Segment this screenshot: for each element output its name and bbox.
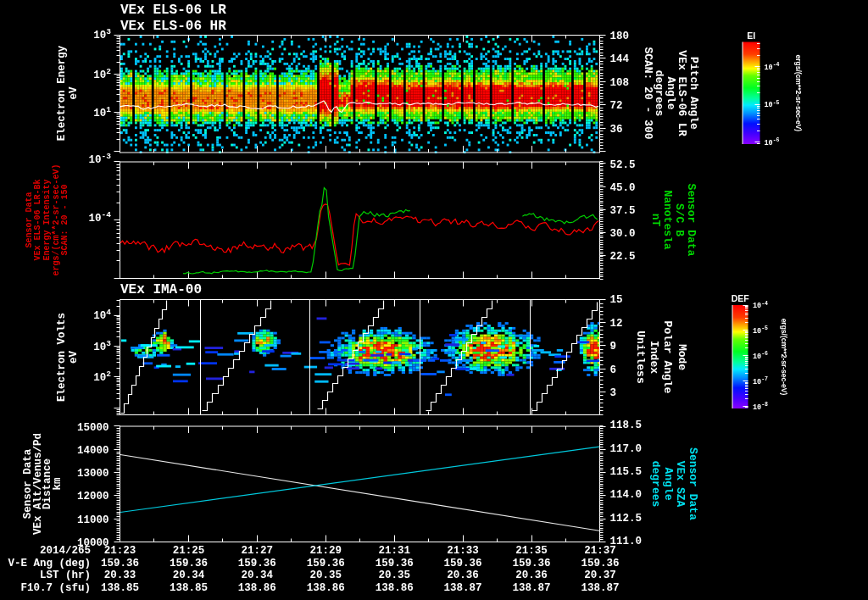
svg-text:ergs/(cm**2-sr-sec-eV): ergs/(cm**2-sr-sec-eV) [794,54,803,131]
svg-text:138.87: 138.87 [512,582,550,594]
svg-text:15: 15 [610,294,623,306]
svg-text:138.86: 138.86 [238,582,276,594]
svg-text:10-7: 10-7 [753,376,768,386]
svg-text:VEx SZA: VEx SZA [674,461,687,508]
svg-text:72: 72 [610,100,623,112]
svg-text:138.85: 138.85 [101,582,139,594]
svg-text:138.87: 138.87 [581,582,619,594]
svg-text:159.36: 159.36 [238,558,276,569]
svg-text:3: 3 [610,387,617,399]
svg-text:103: 103 [93,27,111,42]
svg-text:ergs/(cm**2-sr-sec-eV): ergs/(cm**2-sr-sec-eV) [52,164,61,275]
svg-text:159.36: 159.36 [307,558,345,569]
svg-text:138.85: 138.85 [170,582,208,594]
svg-text:km: km [52,477,64,491]
svg-text:102: 102 [93,369,111,384]
svg-text:115.5: 115.5 [610,466,643,478]
svg-text:V-E Ang (deg): V-E Ang (deg) [8,558,91,569]
svg-text:159.36: 159.36 [376,558,414,569]
svg-text:6: 6 [610,364,617,376]
svg-text:12000: 12000 [77,491,109,503]
svg-text:180: 180 [610,31,630,42]
svg-text:21:29: 21:29 [310,545,342,557]
svg-text:20.35: 20.35 [310,569,342,581]
svg-text:VEx ELS-06 LR-Bk: VEx ELS-06 LR-Bk [33,179,42,260]
svg-text:112.5: 112.5 [610,513,643,525]
svg-text:117.0: 117.0 [610,443,643,455]
svg-text:S/C B: S/C B [673,203,686,236]
svg-text:30.0: 30.0 [610,228,636,240]
svg-text:SCAN: 20 - 150: SCAN: 20 - 150 [60,184,70,255]
svg-text:VEx ELS-06 LR: VEx ELS-06 LR [120,3,226,18]
svg-text:Angle: Angle [662,467,675,500]
svg-text:21:27: 21:27 [242,545,274,557]
svg-text:10-5: 10-5 [765,100,780,110]
svg-text:20.34: 20.34 [242,569,274,581]
svg-text:Electron Energy: Electron Energy [56,45,68,141]
svg-text:159.36: 159.36 [512,558,550,569]
svg-text:159.36: 159.36 [101,558,139,569]
svg-text:Nanotesla: Nanotesla [661,190,674,249]
svg-text:LST (hr): LST (hr) [40,569,91,581]
svg-text:Energy Intensity: Energy Intensity [42,179,52,260]
svg-text:159.36: 159.36 [581,558,619,569]
svg-text:20.33: 20.33 [104,569,136,581]
svg-text:10-5: 10-5 [753,325,768,336]
svg-text:20.35: 20.35 [378,569,410,581]
svg-text:101: 101 [93,105,111,119]
svg-text:ergs/(cm**2-sr-sec-eV): ergs/(cm**2-sr-sec-eV) [780,319,788,396]
svg-text:Electron Volts: Electron Volts [56,313,68,402]
svg-text:138.87: 138.87 [444,582,482,594]
svg-text:144: 144 [610,53,630,65]
svg-text:108: 108 [610,77,630,89]
svg-text:11000: 11000 [77,514,109,526]
svg-text:Sensor Data: Sensor Data [25,192,34,247]
svg-text:Index: Index [648,341,660,374]
svg-text:114.0: 114.0 [610,489,643,501]
svg-text:45.0: 45.0 [610,182,636,194]
svg-text:21:33: 21:33 [447,545,479,557]
svg-text:21:35: 21:35 [515,545,548,557]
svg-text:138.86: 138.86 [307,582,345,594]
svg-text:12: 12 [610,318,623,330]
svg-text:13000: 13000 [77,468,109,480]
svg-text:10-8: 10-8 [753,402,768,412]
svg-text:SCAN: 20 - 300: SCAN: 20 - 300 [642,47,654,139]
svg-text:159.36: 159.36 [444,558,482,569]
svg-text:159.36: 159.36 [170,558,208,569]
svg-text:138.86: 138.86 [376,582,414,594]
svg-text:degrees: degrees [649,461,662,508]
svg-text:20.34: 20.34 [173,569,205,581]
svg-text:EI: EI [747,31,755,41]
svg-text:VEx IMA-00: VEx IMA-00 [120,282,202,297]
svg-text:Sensor Data: Sensor Data [685,184,698,257]
svg-text:Mode: Mode [676,344,688,370]
svg-text:52.5: 52.5 [610,159,636,171]
svg-text:F10.7 (sfu): F10.7 (sfu) [20,582,91,594]
svg-text:10-6: 10-6 [765,137,780,147]
svg-text:DEF: DEF [732,293,750,303]
svg-text:118.5: 118.5 [610,419,643,431]
svg-text:Unitless: Unitless [634,331,647,384]
svg-text:Polar Angle: Polar Angle [661,321,674,394]
svg-text:Sensor Data: Sensor Data [687,447,699,520]
svg-text:eV: eV [68,86,80,100]
svg-text:10-4: 10-4 [89,210,112,225]
svg-text:37.5: 37.5 [610,205,636,217]
svg-text:21:37: 21:37 [584,545,616,557]
svg-text:nT: nT [649,214,662,227]
svg-text:10-4: 10-4 [753,301,768,311]
svg-text:102: 102 [93,67,111,81]
svg-text:10-6: 10-6 [753,351,768,361]
svg-text:103: 103 [93,339,111,353]
svg-text:15000: 15000 [77,422,109,434]
svg-text:21:31: 21:31 [378,545,410,557]
svg-text:VEx ELS-06 HR: VEx ELS-06 HR [120,19,226,34]
svg-text:10-3: 10-3 [89,152,112,166]
svg-text:104: 104 [93,308,111,322]
svg-text:14000: 14000 [77,445,109,457]
svg-text:20.37: 20.37 [584,569,616,581]
svg-text:eV: eV [68,351,80,364]
svg-text:20.36: 20.36 [515,569,548,581]
svg-text:21:25: 21:25 [173,545,205,557]
